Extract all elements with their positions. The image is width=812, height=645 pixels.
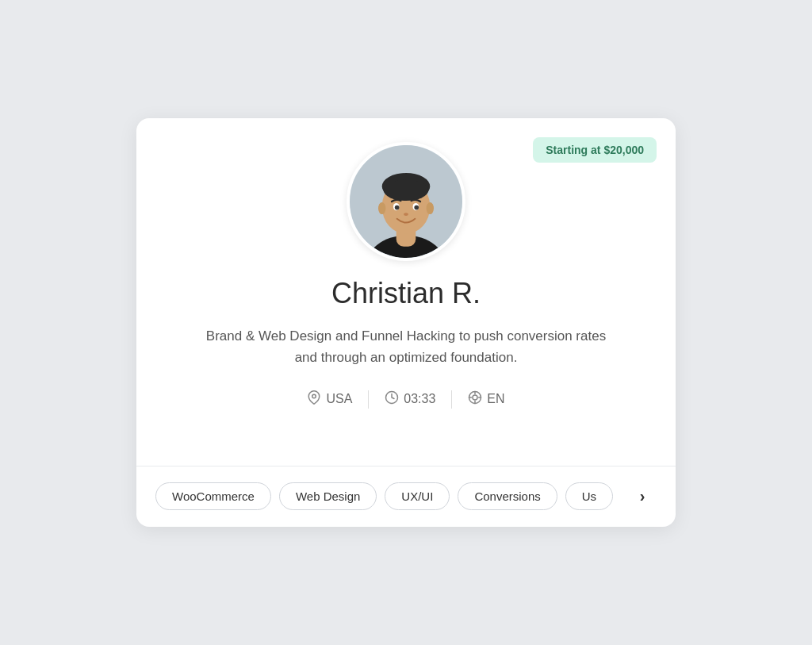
profile-card: Starting at $20,000	[136, 118, 676, 527]
tag-us[interactable]: Us	[565, 482, 613, 510]
svg-point-6	[384, 180, 429, 202]
price-badge: Starting at $20,000	[533, 137, 657, 163]
clock-icon	[385, 390, 399, 409]
tag-woocommerce[interactable]: WooCommerce	[155, 482, 271, 510]
language-value: EN	[487, 392, 504, 406]
next-arrow-button[interactable]: ›	[628, 482, 657, 511]
svg-point-17	[473, 395, 477, 400]
svg-point-11	[395, 205, 400, 210]
avatar-wrapper	[347, 142, 465, 261]
tag-uxui[interactable]: UX/UI	[385, 482, 450, 510]
profile-description: Brand & Web Design and Funnel Hacking to…	[200, 326, 612, 368]
tag-conversions[interactable]: Conversions	[458, 482, 557, 510]
time-value: 03:33	[404, 392, 435, 406]
tags-row: WooCommerce Web Design UX/UI Conversions…	[136, 466, 676, 527]
location-value: USA	[326, 392, 352, 406]
avatar	[347, 142, 465, 261]
time-meta: 03:33	[369, 390, 452, 409]
language-icon	[468, 390, 482, 409]
language-meta: EN	[452, 390, 520, 409]
svg-point-8	[427, 202, 434, 214]
svg-point-12	[414, 205, 419, 210]
svg-point-13	[404, 213, 408, 216]
location-icon	[307, 390, 321, 409]
meta-row: USA 03:33	[291, 390, 520, 409]
svg-point-7	[378, 202, 385, 214]
location-meta: USA	[291, 390, 369, 409]
svg-point-14	[312, 394, 316, 398]
tag-webdesign[interactable]: Web Design	[279, 482, 377, 510]
profile-name: Christian R.	[331, 277, 481, 310]
